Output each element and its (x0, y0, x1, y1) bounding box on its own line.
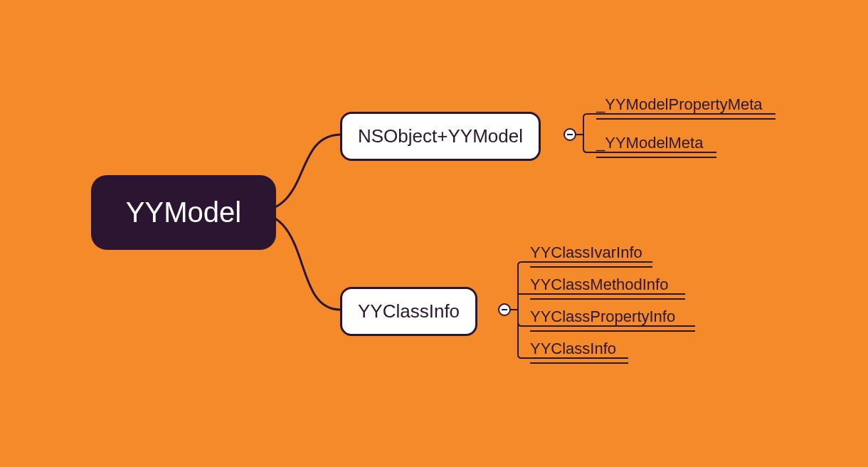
root-node[interactable]: YYModel (91, 175, 276, 250)
leaf-node[interactable]: _YYModelMeta (596, 130, 716, 158)
root-label: YYModel (126, 196, 241, 229)
leaf-label: YYClassInfo (530, 340, 616, 357)
leaf-node[interactable]: _YYModelPropertyMeta (596, 91, 776, 120)
collapse-toggle[interactable] (563, 128, 576, 141)
leaf-node[interactable]: YYClassMethodInfo (530, 271, 685, 300)
leaf-node[interactable]: YYClassInfo (530, 335, 628, 364)
collapse-toggle[interactable] (498, 303, 511, 316)
child-label: NSObject+YYModel (358, 125, 523, 147)
mindmap-canvas: YYModel NSObject+YYModel _YYModelPropert… (0, 0, 868, 467)
leaf-label: _YYModelMeta (596, 134, 703, 152)
leaf-label: YYClassMethodInfo (530, 276, 668, 293)
child-label: YYClassInfo (358, 300, 460, 322)
leaf-label: YYClassIvarInfo (530, 243, 642, 261)
leaf-node[interactable]: YYClassPropertyInfo (530, 303, 695, 332)
leaf-label: YYClassPropertyInfo (530, 308, 675, 325)
child-node-nsobject-yymodel[interactable]: NSObject+YYModel (340, 112, 541, 161)
leaf-label: _YYModelPropertyMeta (596, 95, 763, 113)
leaf-node[interactable]: YYClassIvarInfo (530, 239, 652, 268)
child-node-yyclassinfo[interactable]: YYClassInfo (340, 287, 477, 336)
